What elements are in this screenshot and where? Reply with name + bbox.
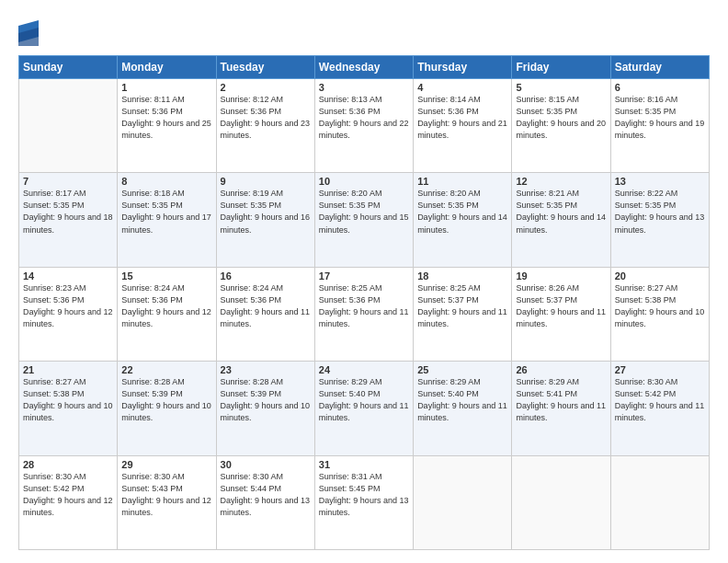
day-info: Sunrise: 8:27 AM Sunset: 5:38 PM Dayligh… xyxy=(23,376,113,424)
day-info: Sunrise: 8:12 AM Sunset: 5:36 PM Dayligh… xyxy=(221,94,311,142)
calendar-cell: 15Sunrise: 8:24 AM Sunset: 5:36 PM Dayli… xyxy=(118,267,216,361)
calendar-cell: 2Sunrise: 8:12 AM Sunset: 5:36 PM Daylig… xyxy=(216,79,314,173)
day-number: 3 xyxy=(319,82,409,93)
calendar-cell: 18Sunrise: 8:25 AM Sunset: 5:37 PM Dayli… xyxy=(414,267,512,361)
day-number: 1 xyxy=(121,82,211,93)
day-number: 23 xyxy=(221,364,311,375)
day-info: Sunrise: 8:29 AM Sunset: 5:40 PM Dayligh… xyxy=(417,376,507,424)
day-number: 29 xyxy=(121,459,211,470)
day-number: 4 xyxy=(417,82,507,93)
day-number: 17 xyxy=(319,270,409,282)
header-day-friday: Friday xyxy=(512,56,610,79)
day-number: 21 xyxy=(23,364,113,375)
header xyxy=(18,17,710,46)
day-number: 14 xyxy=(23,270,113,282)
day-info: Sunrise: 8:22 AM Sunset: 5:35 PM Dayligh… xyxy=(615,188,705,236)
calendar-cell: 11Sunrise: 8:20 AM Sunset: 5:35 PM Dayli… xyxy=(414,173,512,267)
calendar-cell: 19Sunrise: 8:26 AM Sunset: 5:37 PM Dayli… xyxy=(512,267,610,361)
day-number: 12 xyxy=(516,176,606,187)
day-number: 9 xyxy=(221,176,311,187)
day-info: Sunrise: 8:15 AM Sunset: 5:35 PM Dayligh… xyxy=(516,94,606,142)
calendar-cell: 10Sunrise: 8:20 AM Sunset: 5:35 PM Dayli… xyxy=(314,173,413,267)
day-number: 16 xyxy=(221,270,311,282)
day-number: 19 xyxy=(516,270,606,282)
header-day-monday: Monday xyxy=(118,56,216,79)
day-info: Sunrise: 8:19 AM Sunset: 5:35 PM Dayligh… xyxy=(221,188,311,236)
calendar-cell: 8Sunrise: 8:18 AM Sunset: 5:35 PM Daylig… xyxy=(118,173,216,267)
day-info: Sunrise: 8:20 AM Sunset: 5:35 PM Dayligh… xyxy=(319,188,409,236)
day-info: Sunrise: 8:18 AM Sunset: 5:35 PM Dayligh… xyxy=(121,188,211,236)
header-day-sunday: Sunday xyxy=(19,56,118,79)
calendar-cell: 21Sunrise: 8:27 AM Sunset: 5:38 PM Dayli… xyxy=(19,362,118,455)
calendar-cell xyxy=(414,455,512,549)
day-info: Sunrise: 8:30 AM Sunset: 5:44 PM Dayligh… xyxy=(221,471,311,519)
calendar-cell: 25Sunrise: 8:29 AM Sunset: 5:40 PM Dayli… xyxy=(414,362,512,455)
day-info: Sunrise: 8:14 AM Sunset: 5:36 PM Dayligh… xyxy=(417,94,507,142)
day-info: Sunrise: 8:29 AM Sunset: 5:40 PM Dayligh… xyxy=(319,376,409,424)
day-number: 10 xyxy=(319,176,409,187)
day-info: Sunrise: 8:28 AM Sunset: 5:39 PM Dayligh… xyxy=(221,376,311,424)
day-info: Sunrise: 8:17 AM Sunset: 5:35 PM Dayligh… xyxy=(23,188,113,236)
day-info: Sunrise: 8:28 AM Sunset: 5:39 PM Dayligh… xyxy=(121,376,211,424)
day-info: Sunrise: 8:26 AM Sunset: 5:37 PM Dayligh… xyxy=(516,282,606,330)
calendar-cell xyxy=(512,455,610,549)
calendar-cell: 1Sunrise: 8:11 AM Sunset: 5:36 PM Daylig… xyxy=(118,79,216,173)
calendar-cell: 31Sunrise: 8:31 AM Sunset: 5:45 PM Dayli… xyxy=(314,455,413,549)
day-number: 15 xyxy=(121,270,211,282)
calendar-table: SundayMondayTuesdayWednesdayThursdayFrid… xyxy=(18,55,710,550)
logo xyxy=(18,20,41,46)
day-info: Sunrise: 8:30 AM Sunset: 5:42 PM Dayligh… xyxy=(615,376,705,424)
calendar-cell xyxy=(19,79,118,173)
calendar-cell: 6Sunrise: 8:16 AM Sunset: 5:35 PM Daylig… xyxy=(610,79,709,173)
day-info: Sunrise: 8:25 AM Sunset: 5:37 PM Dayligh… xyxy=(417,282,507,330)
calendar-cell: 9Sunrise: 8:19 AM Sunset: 5:35 PM Daylig… xyxy=(216,173,314,267)
day-info: Sunrise: 8:13 AM Sunset: 5:36 PM Dayligh… xyxy=(319,94,409,142)
day-number: 11 xyxy=(417,176,507,187)
day-number: 13 xyxy=(615,176,705,187)
calendar-cell xyxy=(610,455,709,549)
day-number: 22 xyxy=(121,364,211,375)
day-info: Sunrise: 8:30 AM Sunset: 5:43 PM Dayligh… xyxy=(121,471,211,519)
calendar-cell: 23Sunrise: 8:28 AM Sunset: 5:39 PM Dayli… xyxy=(216,362,314,455)
header-day-tuesday: Tuesday xyxy=(216,56,314,79)
page: SundayMondayTuesdayWednesdayThursdayFrid… xyxy=(0,0,728,563)
logo-icon xyxy=(18,20,39,46)
header-day-saturday: Saturday xyxy=(610,56,709,79)
day-number: 24 xyxy=(319,364,409,375)
header-day-thursday: Thursday xyxy=(414,56,512,79)
day-info: Sunrise: 8:23 AM Sunset: 5:36 PM Dayligh… xyxy=(23,282,113,330)
calendar-cell: 28Sunrise: 8:30 AM Sunset: 5:42 PM Dayli… xyxy=(19,455,118,549)
day-number: 8 xyxy=(121,176,211,187)
calendar-cell: 5Sunrise: 8:15 AM Sunset: 5:35 PM Daylig… xyxy=(512,79,610,173)
calendar-cell: 26Sunrise: 8:29 AM Sunset: 5:41 PM Dayli… xyxy=(512,362,610,455)
day-number: 25 xyxy=(417,364,507,375)
day-number: 6 xyxy=(615,82,705,93)
calendar-cell: 17Sunrise: 8:25 AM Sunset: 5:36 PM Dayli… xyxy=(314,267,413,361)
day-number: 30 xyxy=(221,459,311,470)
day-info: Sunrise: 8:11 AM Sunset: 5:36 PM Dayligh… xyxy=(121,94,211,142)
day-info: Sunrise: 8:31 AM Sunset: 5:45 PM Dayligh… xyxy=(319,471,409,519)
day-number: 28 xyxy=(23,459,113,470)
day-info: Sunrise: 8:25 AM Sunset: 5:36 PM Dayligh… xyxy=(319,282,409,330)
calendar-cell: 13Sunrise: 8:22 AM Sunset: 5:35 PM Dayli… xyxy=(610,173,709,267)
calendar-cell: 14Sunrise: 8:23 AM Sunset: 5:36 PM Dayli… xyxy=(19,267,118,361)
day-info: Sunrise: 8:30 AM Sunset: 5:42 PM Dayligh… xyxy=(23,471,113,519)
day-number: 7 xyxy=(23,176,113,187)
day-number: 26 xyxy=(516,364,606,375)
day-number: 27 xyxy=(615,364,705,375)
calendar-cell: 16Sunrise: 8:24 AM Sunset: 5:36 PM Dayli… xyxy=(216,267,314,361)
calendar-cell: 7Sunrise: 8:17 AM Sunset: 5:35 PM Daylig… xyxy=(19,173,118,267)
day-info: Sunrise: 8:21 AM Sunset: 5:35 PM Dayligh… xyxy=(516,188,606,236)
calendar-cell: 12Sunrise: 8:21 AM Sunset: 5:35 PM Dayli… xyxy=(512,173,610,267)
calendar-cell: 22Sunrise: 8:28 AM Sunset: 5:39 PM Dayli… xyxy=(118,362,216,455)
day-number: 18 xyxy=(417,270,507,282)
calendar-cell: 24Sunrise: 8:29 AM Sunset: 5:40 PM Dayli… xyxy=(314,362,413,455)
day-info: Sunrise: 8:27 AM Sunset: 5:38 PM Dayligh… xyxy=(615,282,705,330)
calendar-cell: 20Sunrise: 8:27 AM Sunset: 5:38 PM Dayli… xyxy=(610,267,709,361)
day-info: Sunrise: 8:20 AM Sunset: 5:35 PM Dayligh… xyxy=(417,188,507,236)
day-number: 5 xyxy=(516,82,606,93)
calendar-cell: 30Sunrise: 8:30 AM Sunset: 5:44 PM Dayli… xyxy=(216,455,314,549)
day-number: 20 xyxy=(615,270,705,282)
day-number: 2 xyxy=(221,82,311,93)
header-day-wednesday: Wednesday xyxy=(314,56,413,79)
